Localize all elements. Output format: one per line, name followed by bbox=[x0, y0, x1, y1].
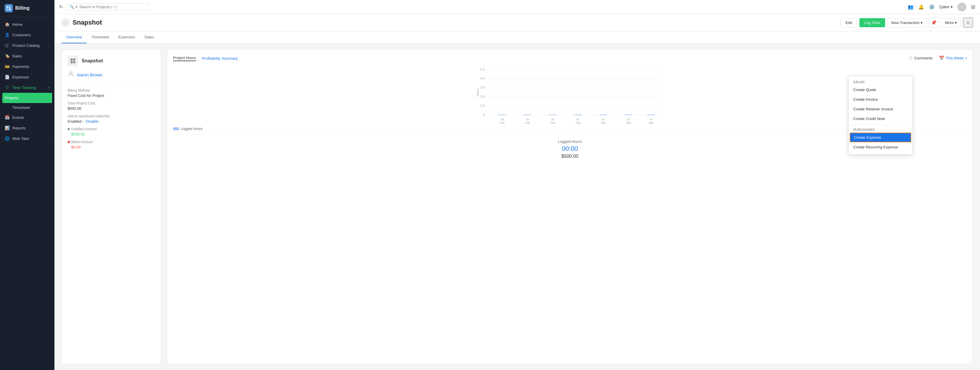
unbilled-amount: $500.00 bbox=[68, 132, 155, 137]
svg-text:4 K: 4 K bbox=[480, 77, 485, 80]
watchlist-disable-link[interactable]: Disable bbox=[86, 119, 99, 124]
unbilled-label: Unbilled Amount bbox=[71, 127, 97, 131]
tab-sales[interactable]: Sales bbox=[140, 31, 159, 43]
sales-icon: 🏷️ bbox=[5, 54, 10, 58]
chart-tab-project-hours[interactable]: Project Hours bbox=[173, 56, 196, 61]
search-input[interactable] bbox=[80, 5, 138, 9]
product-catalog-icon: 🛒 bbox=[5, 43, 10, 48]
chevron-down-icon: ▾ bbox=[48, 86, 50, 89]
this-week-button[interactable]: This Week bbox=[946, 56, 964, 60]
more-button[interactable]: More ▾ bbox=[941, 18, 961, 27]
tab-expenses[interactable]: Expenses bbox=[114, 31, 140, 43]
chart-container: 5 K 4 K 3 K 2 K 1 K 0 Hours bbox=[173, 66, 967, 124]
sidebar-item-home[interactable]: 🏠 Home bbox=[0, 19, 54, 30]
sidebar-item-label-payments: Payments bbox=[12, 64, 29, 69]
svg-text:31: 31 bbox=[576, 118, 579, 121]
tab-timesheet[interactable]: Timesheet bbox=[87, 31, 114, 43]
create-invoice-item[interactable]: Create Invoice bbox=[849, 95, 912, 104]
payments-icon: 💳 bbox=[5, 64, 10, 69]
chevron-right-icon-sales: › bbox=[49, 54, 50, 58]
svg-text:03: 03 bbox=[649, 118, 652, 121]
tab-overview[interactable]: Overview bbox=[62, 31, 87, 43]
create-expense-item[interactable]: Create Expense bbox=[850, 133, 911, 142]
customer-name[interactable]: Aaron Brown bbox=[77, 72, 102, 77]
page-header: ‹ Snapshot Edit Log Time New Transaction… bbox=[54, 14, 980, 31]
svg-text:01: 01 bbox=[602, 118, 605, 121]
svg-rect-22 bbox=[498, 114, 506, 115]
right-panel-controls: ☐ Comments 📅 This Week ▾ bbox=[909, 56, 967, 60]
svg-rect-2 bbox=[7, 8, 8, 10]
contacts-icon[interactable]: 👥 bbox=[908, 4, 913, 10]
logo-icon bbox=[5, 4, 13, 12]
pin-button[interactable]: 📌 bbox=[929, 17, 939, 27]
svg-rect-28 bbox=[647, 114, 655, 115]
svg-text:Aug: Aug bbox=[550, 121, 555, 124]
search-box[interactable]: 🔍 ▾ bbox=[67, 3, 148, 11]
sidebar-item-product-catalog[interactable]: 🛒 Product Catalog › bbox=[0, 40, 54, 51]
chevron-right-icon-payments: › bbox=[49, 65, 50, 68]
avatar[interactable]: Z bbox=[958, 3, 966, 11]
watchlist-label: Add to dashboard watchlist bbox=[68, 114, 155, 118]
chart-tab-profitability[interactable]: Profitability Summary bbox=[202, 56, 238, 60]
sidebar-item-label-web-tabs: Web Tabs bbox=[12, 137, 29, 141]
create-quote-item[interactable]: Create Quote bbox=[849, 85, 912, 95]
settings-icon[interactable]: ⚙️ bbox=[929, 4, 935, 10]
checkbox-icon: ☐ bbox=[909, 56, 912, 60]
edit-button[interactable]: Edit bbox=[841, 18, 857, 27]
page-title: Snapshot bbox=[73, 19, 102, 26]
new-transaction-button[interactable]: New Transaction ▾ bbox=[888, 18, 927, 27]
sidebar: Billing 🏠 Home 👤 Customers 🛒 Product Cat… bbox=[0, 0, 54, 370]
more-label: More bbox=[945, 21, 954, 25]
snapshot-card: Snapshot Aaron Brown Billing Method Fixe… bbox=[62, 49, 161, 364]
search-dropdown-icon[interactable]: 🔍 ▾ bbox=[70, 5, 78, 9]
create-retainer-invoice-item[interactable]: Create Retainer Invoice bbox=[849, 104, 912, 114]
sidebar-item-label-sales: Sales bbox=[12, 54, 22, 58]
sidebar-item-payments[interactable]: 💳 Payments › bbox=[0, 61, 54, 72]
sidebar-item-customers[interactable]: 👤 Customers bbox=[0, 30, 54, 40]
main-content: ↻ 🔍 ▾ 👥 🔔 ⚙️ Zylker ▾ Z ⊞ ‹ Snapshot Edi… bbox=[54, 0, 980, 370]
total-project-cost-label: Total Project Cost bbox=[68, 101, 155, 105]
bell-icon[interactable]: 🔔 bbox=[918, 4, 924, 10]
snapshot-card-icon bbox=[68, 56, 78, 66]
svg-text:Sep: Sep bbox=[601, 121, 606, 124]
person-icon bbox=[68, 71, 74, 79]
user-chevron-icon: ▾ bbox=[951, 5, 953, 9]
comments-label[interactable]: Comments bbox=[914, 56, 932, 60]
sidebar-item-timesheet[interactable]: Timesheet bbox=[0, 103, 54, 112]
sidebar-item-events[interactable]: 📅 Events bbox=[0, 112, 54, 123]
apps-grid-icon[interactable]: ⊞ bbox=[971, 4, 975, 10]
billed-label: Billed Amount bbox=[71, 140, 92, 144]
log-time-button[interactable]: Log Time bbox=[859, 18, 885, 27]
close-button[interactable]: × bbox=[963, 17, 973, 27]
sidebar-item-web-tabs[interactable]: 🌐 Web Tabs › bbox=[0, 133, 54, 144]
sidebar-item-sales[interactable]: 🏷️ Sales › bbox=[0, 51, 54, 61]
billing-method-label: Billing Method bbox=[68, 88, 155, 92]
more-chevron-icon: ▾ bbox=[955, 21, 957, 25]
time-tracking-icon: ⏱ bbox=[5, 85, 10, 90]
svg-rect-4 bbox=[70, 59, 73, 60]
sales-section-label: SALES bbox=[849, 78, 912, 85]
refresh-button[interactable]: ↻ bbox=[59, 4, 63, 10]
sidebar-item-label-reports: Reports bbox=[12, 126, 26, 130]
user-menu[interactable]: Zylker ▾ bbox=[939, 5, 953, 9]
sidebar-item-reports[interactable]: 📊 Reports bbox=[0, 123, 54, 133]
svg-text:28: 28 bbox=[501, 118, 503, 121]
svg-text:30: 30 bbox=[551, 118, 554, 121]
svg-text:3 K: 3 K bbox=[480, 86, 485, 89]
svg-rect-24 bbox=[549, 114, 557, 115]
sidebar-item-expenses[interactable]: 📄 Expenses › bbox=[0, 72, 54, 82]
home-icon: 🏠 bbox=[5, 22, 10, 27]
sidebar-item-projects[interactable]: Projects bbox=[2, 93, 52, 103]
create-recurring-expense-item[interactable]: Create Recurring Expense bbox=[849, 142, 912, 152]
billed-dot bbox=[68, 141, 70, 143]
sidebar-item-time-tracking[interactable]: ⏱ Time Tracking ▾ bbox=[0, 82, 54, 93]
sidebar-logo: Billing bbox=[0, 0, 54, 17]
svg-rect-7 bbox=[73, 61, 75, 63]
create-credit-note-item[interactable]: Create Credit Note bbox=[849, 114, 912, 124]
this-week-chevron: ▾ bbox=[966, 57, 967, 60]
svg-rect-26 bbox=[599, 114, 607, 115]
app-title: Billing bbox=[15, 6, 30, 11]
back-button[interactable]: ‹ bbox=[62, 18, 70, 27]
legend-color-box bbox=[173, 127, 179, 130]
sidebar-item-label-expenses: Expenses bbox=[12, 75, 29, 79]
